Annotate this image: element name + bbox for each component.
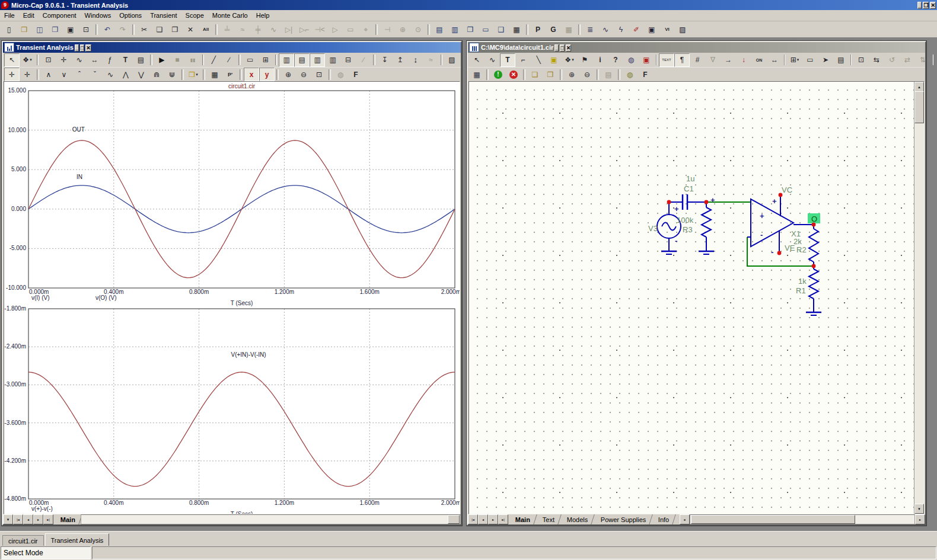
toolbar-inductor-icon[interactable]: ∿ <box>266 23 281 36</box>
plot-text-tool-icon[interactable]: T <box>117 53 133 67</box>
schematic-window-maximize-button[interactable]: □ <box>560 44 564 52</box>
schem-node-voltages-icon[interactable]: ∇ <box>705 53 721 67</box>
plot-nav-2[interactable]: ▸ <box>33 514 43 524</box>
schematic-vertical-scrollbar[interactable]: ▲ ▼ <box>914 82 924 514</box>
plot-peak-icon[interactable]: ∧ <box>41 68 56 81</box>
plot-formula-icon[interactable]: F <box>348 68 364 81</box>
schem-condition-icon[interactable]: ON <box>751 53 767 67</box>
toolbar-select-all-icon[interactable]: All <box>198 23 213 36</box>
plot-client[interactable]: 15.00010.0005.0000.000-5.000-10.0000.000… <box>4 81 460 514</box>
plot-graphics-menu-icon[interactable]: ❖▾ <box>20 53 35 67</box>
schem-rotate-icon[interactable]: ↺ <box>884 53 900 67</box>
plot-nav-1[interactable]: ◂ <box>23 514 33 524</box>
plot-numeric-output-icon[interactable]: ▦ <box>207 68 222 81</box>
plot-cursor-right-icon[interactable]: ↥ <box>393 53 408 67</box>
schematic-window-title-bar[interactable]: C:\MC9\data\circuit1.cir _□✕ <box>468 42 925 53</box>
toolbar-diode-icon[interactable]: ▷| <box>281 23 297 36</box>
scroll-thumb[interactable] <box>691 515 855 524</box>
toolbar-save-icon[interactable]: ◫ <box>32 23 47 36</box>
plot-vertical-cursor-icon[interactable]: ✛ <box>20 68 35 81</box>
plot-global-low-icon[interactable]: ⋁ <box>133 68 149 81</box>
schem-zoom-in-icon[interactable]: ⊕ <box>564 68 579 81</box>
plot-window-minimize-button[interactable]: _ <box>75 44 79 52</box>
schem-grid-menu-icon[interactable]: ⊞▾ <box>787 53 802 67</box>
schem-help-mode-icon[interactable]: ? <box>608 53 623 67</box>
toolbar-paste-icon[interactable]: ❐ <box>167 23 183 36</box>
plot-x-axis-grids-icon[interactable]: ▥ <box>279 53 294 67</box>
toolbar-snap-icon[interactable]: ⊙ <box>410 23 426 36</box>
plot-y-axis-grids-icon[interactable]: ▤ <box>294 53 310 67</box>
schem-copy-picture-icon[interactable]: ❐ <box>543 68 558 81</box>
toolbar-delete-icon[interactable]: ✕ <box>183 23 198 36</box>
schem-nav-1[interactable]: ◂ <box>478 514 488 524</box>
toolbar-overlap-icon[interactable]: ❑ <box>493 23 509 36</box>
schem-nav-2[interactable]: ▸ <box>488 514 498 524</box>
toolbar-ground-icon[interactable]: ╧ <box>219 23 235 36</box>
toolbar-opamp-icon[interactable]: ▷ <box>327 23 343 36</box>
plot-page-menu-button[interactable]: ▼ <box>3 514 13 524</box>
scroll-down-button[interactable]: ▼ <box>914 504 924 514</box>
plot-normalize-icon[interactable]: ▨ <box>444 53 460 67</box>
schematic-page-tab-power-supplies[interactable]: Power Supplies <box>594 514 653 524</box>
schem-flip-horizontal-icon[interactable]: ⇄ <box>900 53 915 67</box>
app-restore-button[interactable]: ❐ <box>923 2 929 9</box>
plot-color-menu-icon[interactable]: ❒▾ <box>186 68 201 81</box>
toolbar-grid-text-icon[interactable]: ▦ <box>561 23 576 36</box>
menu-scope[interactable]: Scope <box>181 11 208 20</box>
toolbar-calculator-icon[interactable]: ▦ <box>509 23 524 36</box>
schem-check-icon[interactable]: ! <box>490 68 506 81</box>
toolbar-split-horizontal-icon[interactable]: ▤ <box>432 23 447 36</box>
toolbar-open-icon[interactable]: ❒ <box>17 23 32 36</box>
schem-hscroll-right-button[interactable]: ▸ <box>915 514 925 524</box>
toolbar-ic-icon[interactable]: ▭ <box>343 23 358 36</box>
schem-pin-connections-icon[interactable]: ¶ <box>674 53 690 67</box>
schematic-page-tab-models[interactable]: Models <box>560 514 595 524</box>
doc-tab-circuit1-cir[interactable]: circuit1.cir <box>2 535 44 546</box>
plot-globe-icon[interactable]: ◍ <box>333 68 348 81</box>
schem-hscroll-left-button[interactable]: ◂ <box>680 514 690 524</box>
plot-horizontal-cursor-icon[interactable]: ✛ <box>4 68 20 81</box>
toolbar-probe-icon[interactable]: P <box>530 23 546 36</box>
toolbar-vi-probe-icon[interactable]: VI <box>659 23 675 36</box>
menu-file[interactable]: File <box>0 11 19 20</box>
plot-tangent-line-icon[interactable]: ╱ <box>206 53 221 67</box>
plot-cursor-both-icon[interactable]: ↨ <box>408 53 423 67</box>
plot-envelope-top-icon[interactable]: ⋒ <box>149 68 164 81</box>
toolbar-save-all-icon[interactable]: ❐ <box>47 23 63 36</box>
plot-zoom-out-icon[interactable]: ⊖ <box>296 68 311 81</box>
schem-film-icon[interactable]: ▤ <box>601 68 616 81</box>
menu-transient[interactable]: Transient <box>146 11 181 20</box>
plot-performance-tag-icon[interactable]: ƒ <box>102 53 117 67</box>
schem-package-icon[interactable]: ▣ <box>639 53 654 67</box>
toolbar-cascade-icon[interactable]: ❐ <box>463 23 478 36</box>
schem-current-icon[interactable]: → <box>721 53 736 67</box>
menu-windows[interactable]: Windows <box>81 11 116 20</box>
schem-flag-icon[interactable]: ⚑ <box>577 53 592 67</box>
plot-point-tag-icon[interactable]: ∿ <box>71 53 87 67</box>
app-minimize-button[interactable]: _ <box>917 2 922 9</box>
schem-region-move-icon[interactable]: ⇆ <box>869 53 884 67</box>
toolbar-pin-icon[interactable]: ⌖ <box>358 23 374 36</box>
schem-nav-0[interactable]: |◂ <box>468 514 478 524</box>
plot-horizontal-scrollbar[interactable] <box>81 514 461 524</box>
schem-wire-icon[interactable]: ∿ <box>485 53 500 67</box>
scroll-thumb[interactable] <box>448 515 460 524</box>
plot-select-icon[interactable]: ↖ <box>4 53 20 67</box>
plot-cursor-left-icon[interactable]: ↧ <box>377 53 393 67</box>
toolbar-go-icon[interactable]: G <box>546 23 561 36</box>
menu-edit[interactable]: Edit <box>19 11 39 20</box>
plot-nav-3[interactable]: ▸| <box>43 514 53 524</box>
plot-minor-log-x-icon[interactable]: ▥ <box>310 53 325 67</box>
plot-pause-icon[interactable]: ▮▮ <box>185 53 200 67</box>
schem-copy-fragment-icon[interactable]: ❏ <box>527 68 543 81</box>
schematic-window-minimize-button[interactable]: _ <box>554 44 559 52</box>
toolbar-print-icon[interactable]: ▣ <box>63 23 78 36</box>
plot-fall-icon[interactable]: ˇ <box>87 68 103 81</box>
plot-frame-icon[interactable]: ▭ <box>243 53 258 67</box>
schem-show-bus-icon[interactable]: ▦ <box>469 68 485 81</box>
schem-browser-icon[interactable]: ◍ <box>623 53 639 67</box>
toolbar-probe-tool-icon[interactable]: ✐ <box>629 23 644 36</box>
toolbar-bjt-icon[interactable]: ⊣< <box>312 23 327 36</box>
toolbar-tile-icon[interactable]: ▭ <box>478 23 493 36</box>
toolbar-switch-icon[interactable]: ϟ <box>613 23 629 36</box>
